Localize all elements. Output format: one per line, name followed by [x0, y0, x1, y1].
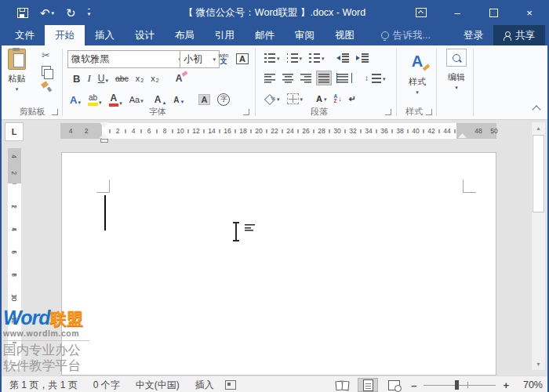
- ribbon-display-options-button[interactable]: [403, 0, 439, 25]
- bullets-button[interactable]: ▾: [262, 51, 282, 65]
- tab-view[interactable]: 视图: [325, 25, 365, 45]
- tab-references[interactable]: 引用: [205, 25, 245, 45]
- numbering-button[interactable]: ▾: [285, 51, 305, 65]
- strikethrough-button[interactable]: abc: [113, 72, 131, 85]
- bullets-icon: [264, 53, 275, 63]
- shrink-font-button[interactable]: A▼: [171, 94, 187, 106]
- web-layout-icon: [388, 380, 400, 390]
- minimize-button[interactable]: –: [439, 0, 475, 25]
- maximize-button[interactable]: [475, 0, 511, 25]
- margin-corner-mark: [96, 180, 110, 193]
- collapse-ribbon-button[interactable]: [532, 105, 540, 114]
- superscript-button[interactable]: x2: [148, 72, 161, 85]
- zoom-in-button[interactable]: +: [501, 379, 511, 391]
- editing-button[interactable]: 编辑 ▾: [441, 49, 472, 91]
- share-button[interactable]: 共享: [493, 25, 545, 45]
- customize-qat-button[interactable]: ▾: [88, 9, 91, 16]
- asian-layout-button[interactable]: A▾: [314, 92, 329, 106]
- left-indent-marker[interactable]: [100, 139, 108, 143]
- tab-layout[interactable]: 布局: [165, 25, 205, 45]
- subscript-button[interactable]: x2: [133, 72, 146, 85]
- character-border-button[interactable]: A: [235, 50, 250, 67]
- save-button[interactable]: [17, 8, 28, 18]
- zoom-slider-thumb[interactable]: [455, 380, 459, 390]
- change-case-button[interactable]: Aa▾: [127, 93, 146, 106]
- underline-button[interactable]: U▾: [96, 71, 111, 85]
- increase-indent-button[interactable]: [354, 51, 371, 65]
- paste-dropdown-icon[interactable]: ▾: [16, 86, 19, 93]
- tab-stop-selector[interactable]: L: [5, 122, 24, 141]
- align-left-button[interactable]: [262, 71, 278, 85]
- scrollbar-thumb[interactable]: [533, 135, 544, 212]
- asian-layout-icon: A: [316, 94, 322, 103]
- justify-button[interactable]: [316, 71, 332, 85]
- zoom-out-button[interactable]: –: [409, 379, 418, 391]
- horizontal-ruler[interactable]: 42 2468101214161820222426283032343638404…: [60, 123, 496, 139]
- document-page[interactable]: [61, 152, 496, 376]
- copy-button[interactable]: [42, 66, 51, 76]
- tab-home[interactable]: 开始: [45, 25, 85, 45]
- clear-formatting-button[interactable]: A: [173, 71, 188, 85]
- scroll-down-button[interactable]: ▼: [532, 358, 545, 370]
- line-spacing-button[interactable]: ↕▾: [362, 71, 388, 85]
- distribute-button[interactable]: [334, 71, 354, 85]
- sign-in-button[interactable]: 登录: [453, 25, 493, 45]
- multilevel-list-button[interactable]: ▾: [307, 51, 327, 65]
- styles-button[interactable]: A 样式 ▾: [402, 49, 433, 96]
- logo-divider: [3, 340, 89, 341]
- scroll-up-button[interactable]: ▲: [532, 122, 545, 134]
- character-shading-button[interactable]: A: [196, 93, 213, 107]
- phonetic-guide-button[interactable]: wén文: [215, 50, 232, 67]
- print-layout-button[interactable]: [358, 378, 378, 392]
- paste-clipboard-icon: [8, 49, 26, 70]
- page-indicator[interactable]: 第 1 页，共 1 页: [2, 379, 85, 392]
- web-layout-button[interactable]: [384, 378, 404, 392]
- tab-mailings[interactable]: 邮件: [245, 25, 285, 45]
- insert-mode-indicator[interactable]: 插入: [187, 379, 222, 392]
- format-painter-button[interactable]: [41, 82, 51, 92]
- macro-record-icon[interactable]: [225, 380, 236, 390]
- multilevel-list-icon: [309, 53, 320, 63]
- zoom-percentage[interactable]: 70%: [516, 379, 544, 390]
- align-center-icon: [282, 73, 293, 83]
- bold-button[interactable]: B: [71, 71, 82, 86]
- zoom-slider[interactable]: [424, 378, 496, 392]
- shading-button[interactable]: ▾: [262, 92, 282, 107]
- font-size-combobox[interactable]: 小初 ▾: [180, 50, 220, 68]
- undo-dropdown-icon[interactable]: ▾: [52, 10, 55, 16]
- language-indicator[interactable]: 中文(中国): [128, 379, 187, 392]
- font-name-combobox[interactable]: 微软雅黑 ▾: [67, 50, 185, 68]
- show-hide-marks-button[interactable]: ↵: [347, 92, 358, 107]
- font-dialog-launcher[interactable]: [243, 109, 249, 115]
- undo-button[interactable]: ↶▾: [40, 7, 54, 19]
- status-right-controls: – + 70%: [332, 376, 544, 392]
- tab-design[interactable]: 设计: [125, 25, 165, 45]
- tab-file[interactable]: 文件: [5, 25, 45, 45]
- sort-button[interactable]: AZ↓: [332, 92, 344, 107]
- decrease-indent-button[interactable]: [334, 51, 351, 65]
- word-count[interactable]: 0 个字: [85, 379, 128, 392]
- tab-insert[interactable]: 插入: [85, 25, 125, 45]
- paragraph-dialog-launcher[interactable]: [385, 109, 391, 115]
- tab-review[interactable]: 审阅: [285, 25, 325, 45]
- borders-button[interactable]: ▾: [285, 91, 306, 107]
- group-separator: [396, 49, 397, 116]
- redo-button[interactable]: ↻: [66, 7, 76, 19]
- line-spacing-icon: ↕: [365, 74, 369, 82]
- close-button[interactable]: ×: [511, 0, 547, 25]
- styles-dialog-launcher[interactable]: [426, 109, 432, 115]
- read-mode-button[interactable]: [332, 378, 352, 392]
- align-center-button[interactable]: [280, 71, 296, 85]
- italic-button[interactable]: I: [85, 71, 93, 86]
- vertical-scrollbar[interactable]: ▲ ▼: [531, 122, 546, 371]
- ribbon-display-icon: [416, 8, 427, 17]
- paste-button[interactable]: 粘贴 ▾: [8, 49, 26, 93]
- click-type-align-icon: [245, 224, 255, 232]
- align-right-button[interactable]: [298, 71, 314, 85]
- grow-font-button[interactable]: A▲: [152, 93, 169, 107]
- read-mode-icon: [336, 381, 348, 390]
- clipboard-dialog-launcher[interactable]: [52, 109, 58, 115]
- text-effects-button[interactable]: A▾: [67, 93, 83, 107]
- tell-me-box[interactable]: 告诉我...: [371, 25, 441, 45]
- cut-button[interactable]: ✂: [42, 50, 50, 60]
